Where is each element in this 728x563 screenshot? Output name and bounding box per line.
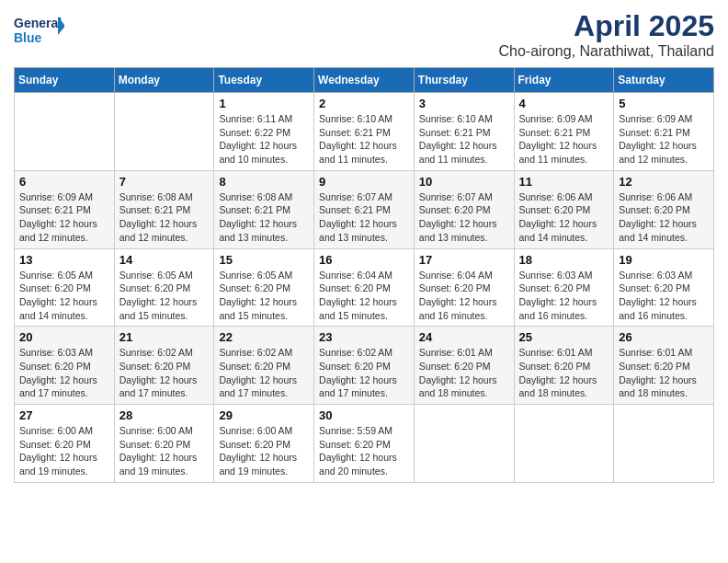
day-detail: Sunrise: 6:02 AMSunset: 6:20 PMDaylight:… bbox=[119, 346, 210, 400]
calendar-cell: 25Sunrise: 6:01 AMSunset: 6:20 PMDayligh… bbox=[514, 327, 614, 405]
calendar-cell: 27Sunrise: 6:00 AMSunset: 6:20 PMDayligh… bbox=[15, 405, 115, 483]
calendar-cell: 6Sunrise: 6:09 AMSunset: 6:21 PMDaylight… bbox=[15, 170, 115, 248]
day-detail: Sunrise: 6:06 AMSunset: 6:20 PMDaylight:… bbox=[619, 190, 709, 245]
svg-text:Blue: Blue bbox=[14, 30, 42, 45]
weekday-header-monday: Monday bbox=[114, 68, 214, 93]
calendar-cell: 9Sunrise: 6:07 AMSunset: 6:21 PMDaylight… bbox=[314, 170, 415, 248]
weekday-header-friday: Friday bbox=[514, 68, 614, 93]
calendar-cell: 12Sunrise: 6:06 AMSunset: 6:20 PMDayligh… bbox=[614, 170, 714, 248]
calendar-cell: 23Sunrise: 6:02 AMSunset: 6:20 PMDayligh… bbox=[314, 327, 415, 405]
page-header: General Blue April 2025 Cho-airong, Nara… bbox=[14, 9, 714, 60]
day-detail: Sunrise: 6:03 AMSunset: 6:20 PMDaylight:… bbox=[519, 269, 609, 323]
calendar-cell: 15Sunrise: 6:05 AMSunset: 6:20 PMDayligh… bbox=[214, 248, 314, 327]
weekday-header-sunday: Sunday bbox=[15, 68, 115, 93]
calendar-cell bbox=[614, 405, 714, 483]
weekday-header-thursday: Thursday bbox=[414, 68, 514, 93]
calendar-cell: 14Sunrise: 6:05 AMSunset: 6:20 PMDayligh… bbox=[114, 248, 214, 327]
calendar-cell: 19Sunrise: 6:03 AMSunset: 6:20 PMDayligh… bbox=[614, 248, 714, 327]
week-row-3: 13Sunrise: 6:05 AMSunset: 6:20 PMDayligh… bbox=[15, 248, 714, 327]
day-number: 18 bbox=[519, 253, 609, 267]
day-detail: Sunrise: 6:04 AMSunset: 6:20 PMDaylight:… bbox=[419, 269, 509, 323]
day-number: 14 bbox=[119, 253, 210, 267]
calendar-cell: 22Sunrise: 6:02 AMSunset: 6:20 PMDayligh… bbox=[214, 327, 314, 405]
day-number: 6 bbox=[19, 175, 109, 189]
calendar-cell: 1Sunrise: 6:11 AMSunset: 6:22 PMDaylight… bbox=[214, 93, 314, 171]
calendar-cell: 28Sunrise: 6:00 AMSunset: 6:20 PMDayligh… bbox=[114, 405, 214, 483]
day-number: 21 bbox=[119, 330, 210, 344]
day-number: 30 bbox=[319, 408, 409, 422]
location-title: Cho-airong, Narathiwat, Thailand bbox=[499, 43, 715, 60]
calendar-cell bbox=[514, 405, 614, 483]
week-row-2: 6Sunrise: 6:09 AMSunset: 6:21 PMDaylight… bbox=[15, 170, 714, 248]
calendar-cell: 4Sunrise: 6:09 AMSunset: 6:21 PMDaylight… bbox=[514, 93, 614, 171]
day-detail: Sunrise: 6:05 AMSunset: 6:20 PMDaylight:… bbox=[119, 269, 210, 323]
day-detail: Sunrise: 6:08 AMSunset: 6:21 PMDaylight:… bbox=[219, 190, 309, 245]
day-detail: Sunrise: 6:09 AMSunset: 6:21 PMDaylight:… bbox=[619, 112, 709, 167]
day-number: 2 bbox=[319, 97, 409, 110]
calendar-cell: 17Sunrise: 6:04 AMSunset: 6:20 PMDayligh… bbox=[414, 248, 514, 327]
calendar-cell: 3Sunrise: 6:10 AMSunset: 6:21 PMDaylight… bbox=[414, 93, 514, 171]
day-detail: Sunrise: 6:11 AMSunset: 6:22 PMDaylight:… bbox=[219, 112, 309, 167]
day-number: 9 bbox=[319, 175, 409, 189]
calendar-cell: 5Sunrise: 6:09 AMSunset: 6:21 PMDaylight… bbox=[614, 93, 714, 171]
day-number: 20 bbox=[19, 330, 109, 344]
day-detail: Sunrise: 6:01 AMSunset: 6:20 PMDaylight:… bbox=[519, 346, 609, 400]
day-detail: Sunrise: 6:02 AMSunset: 6:20 PMDaylight:… bbox=[219, 346, 309, 400]
day-number: 19 bbox=[619, 253, 709, 267]
day-number: 16 bbox=[319, 253, 409, 267]
day-number: 3 bbox=[419, 97, 509, 110]
calendar-cell: 26Sunrise: 6:01 AMSunset: 6:20 PMDayligh… bbox=[614, 327, 714, 405]
calendar-cell bbox=[15, 93, 115, 171]
calendar-cell: 8Sunrise: 6:08 AMSunset: 6:21 PMDaylight… bbox=[214, 170, 314, 248]
day-detail: Sunrise: 6:10 AMSunset: 6:21 PMDaylight:… bbox=[319, 112, 409, 167]
day-detail: Sunrise: 6:04 AMSunset: 6:20 PMDaylight:… bbox=[319, 269, 409, 323]
calendar-cell: 7Sunrise: 6:08 AMSunset: 6:21 PMDaylight… bbox=[114, 170, 214, 248]
day-number: 24 bbox=[419, 330, 509, 344]
day-number: 28 bbox=[119, 408, 210, 422]
day-number: 8 bbox=[219, 175, 309, 189]
day-number: 17 bbox=[419, 253, 509, 267]
day-detail: Sunrise: 6:03 AMSunset: 6:20 PMDaylight:… bbox=[619, 269, 709, 323]
calendar-cell: 21Sunrise: 6:02 AMSunset: 6:20 PMDayligh… bbox=[114, 327, 214, 405]
day-number: 10 bbox=[419, 175, 509, 189]
day-number: 5 bbox=[619, 97, 709, 110]
month-title: April 2025 bbox=[499, 9, 715, 43]
day-detail: Sunrise: 6:09 AMSunset: 6:21 PMDaylight:… bbox=[519, 112, 609, 167]
day-number: 1 bbox=[219, 97, 309, 110]
calendar-cell: 30Sunrise: 5:59 AMSunset: 6:20 PMDayligh… bbox=[314, 405, 415, 483]
day-detail: Sunrise: 6:10 AMSunset: 6:21 PMDaylight:… bbox=[419, 112, 509, 167]
day-number: 26 bbox=[619, 330, 709, 344]
calendar-cell bbox=[414, 405, 514, 483]
day-number: 25 bbox=[519, 330, 609, 344]
day-detail: Sunrise: 6:00 AMSunset: 6:20 PMDaylight:… bbox=[219, 424, 309, 478]
weekday-header-saturday: Saturday bbox=[614, 68, 714, 93]
weekday-header-tuesday: Tuesday bbox=[214, 68, 314, 93]
day-detail: Sunrise: 6:00 AMSunset: 6:20 PMDaylight:… bbox=[119, 424, 210, 478]
calendar-table: SundayMondayTuesdayWednesdayThursdayFrid… bbox=[14, 67, 714, 483]
day-number: 13 bbox=[19, 253, 109, 267]
day-number: 12 bbox=[619, 175, 709, 189]
logo: General Blue bbox=[14, 9, 64, 51]
day-detail: Sunrise: 6:05 AMSunset: 6:20 PMDaylight:… bbox=[19, 269, 109, 323]
day-detail: Sunrise: 6:01 AMSunset: 6:20 PMDaylight:… bbox=[619, 346, 709, 400]
day-detail: Sunrise: 6:09 AMSunset: 6:21 PMDaylight:… bbox=[19, 190, 109, 245]
day-number: 15 bbox=[219, 253, 309, 267]
day-detail: Sunrise: 6:01 AMSunset: 6:20 PMDaylight:… bbox=[419, 346, 509, 400]
day-detail: Sunrise: 6:05 AMSunset: 6:20 PMDaylight:… bbox=[219, 269, 309, 323]
calendar-cell: 16Sunrise: 6:04 AMSunset: 6:20 PMDayligh… bbox=[314, 248, 415, 327]
day-detail: Sunrise: 6:07 AMSunset: 6:20 PMDaylight:… bbox=[419, 190, 509, 245]
week-row-1: 1Sunrise: 6:11 AMSunset: 6:22 PMDaylight… bbox=[15, 93, 714, 171]
svg-text:General: General bbox=[14, 16, 62, 30]
day-detail: Sunrise: 5:59 AMSunset: 6:20 PMDaylight:… bbox=[319, 424, 409, 478]
calendar-cell: 10Sunrise: 6:07 AMSunset: 6:20 PMDayligh… bbox=[414, 170, 514, 248]
calendar-cell: 2Sunrise: 6:10 AMSunset: 6:21 PMDaylight… bbox=[314, 93, 415, 171]
calendar-cell: 13Sunrise: 6:05 AMSunset: 6:20 PMDayligh… bbox=[15, 248, 115, 327]
calendar-cell: 20Sunrise: 6:03 AMSunset: 6:20 PMDayligh… bbox=[15, 327, 115, 405]
day-number: 7 bbox=[119, 175, 210, 189]
calendar-cell: 29Sunrise: 6:00 AMSunset: 6:20 PMDayligh… bbox=[214, 405, 314, 483]
calendar-cell: 24Sunrise: 6:01 AMSunset: 6:20 PMDayligh… bbox=[414, 327, 514, 405]
calendar-cell: 18Sunrise: 6:03 AMSunset: 6:20 PMDayligh… bbox=[514, 248, 614, 327]
day-number: 4 bbox=[519, 97, 609, 110]
day-detail: Sunrise: 6:02 AMSunset: 6:20 PMDaylight:… bbox=[319, 346, 409, 400]
day-number: 11 bbox=[519, 175, 609, 189]
